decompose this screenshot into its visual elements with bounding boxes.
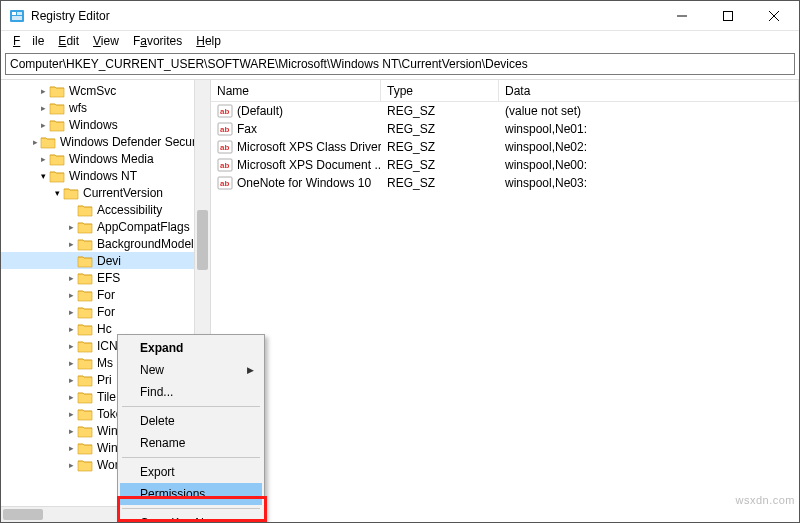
tree-item-label: Tile: [95, 390, 118, 404]
tree-item[interactable]: ▸Windows Media: [1, 150, 210, 167]
tree-item[interactable]: ▸For: [1, 286, 210, 303]
tree-item[interactable]: ▸wfs: [1, 99, 210, 116]
folder-icon: [77, 441, 93, 455]
value-data: winspool,Ne00:: [499, 158, 799, 172]
chevron-right-icon[interactable]: ▸: [65, 391, 77, 403]
folder-icon: [77, 288, 93, 302]
chevron-right-icon[interactable]: ▸: [37, 153, 49, 165]
ctx-find[interactable]: Find...: [120, 381, 262, 403]
chevron-right-icon[interactable]: ▸: [65, 323, 77, 335]
ctx-separator: [122, 508, 260, 509]
value-type: REG_SZ: [381, 122, 499, 136]
chevron-right-icon[interactable]: ▸: [65, 289, 77, 301]
chevron-right-icon[interactable]: ▸: [37, 102, 49, 114]
svg-text:ab: ab: [220, 107, 229, 116]
tree-item[interactable]: Devi: [1, 252, 210, 269]
folder-icon: [77, 356, 93, 370]
value-type: REG_SZ: [381, 158, 499, 172]
chevron-down-icon[interactable]: ▾: [51, 187, 63, 199]
chevron-right-icon[interactable]: ▸: [65, 459, 77, 471]
close-button[interactable]: [751, 1, 797, 31]
ctx-export[interactable]: Export: [120, 461, 262, 483]
list-row[interactable]: abOneNote for Windows 10REG_SZwinspool,N…: [211, 174, 799, 192]
chevron-right-icon[interactable]: ▸: [65, 425, 77, 437]
tree-item[interactable]: ▸Windows: [1, 116, 210, 133]
workspace: ▸WcmSvc▸wfs▸Windows▸Windows Defender Sec…: [1, 79, 799, 522]
value-name: Microsoft XPS Document ...: [237, 158, 381, 172]
chevron-right-icon[interactable]: ▸: [65, 357, 77, 369]
chevron-right-icon[interactable]: ▸: [65, 374, 77, 386]
chevron-right-icon[interactable]: ▸: [37, 85, 49, 97]
menu-help[interactable]: Help: [190, 34, 227, 48]
value-data: (value not set): [499, 104, 799, 118]
tree-item[interactable]: ▸AppCompatFlags: [1, 218, 210, 235]
folder-icon: [77, 254, 93, 268]
menu-file[interactable]: File: [7, 34, 50, 48]
ctx-expand[interactable]: Expand: [120, 337, 262, 359]
chevron-right-icon[interactable]: ▸: [65, 408, 77, 420]
chevron-right-icon[interactable]: ▸: [65, 442, 77, 454]
value-type: REG_SZ: [381, 176, 499, 190]
maximize-button[interactable]: [705, 1, 751, 31]
chevron-right-icon[interactable]: ▸: [65, 221, 77, 233]
folder-icon: [77, 305, 93, 319]
menu-favorites[interactable]: Favorites: [127, 34, 188, 48]
titlebar: Registry Editor: [1, 1, 799, 31]
list-row[interactable]: abMicrosoft XPS Document ...REG_SZwinspo…: [211, 156, 799, 174]
chevron-right-icon[interactable]: ▸: [30, 136, 40, 148]
folder-icon: [49, 84, 65, 98]
address-bar[interactable]: Computer\HKEY_CURRENT_USER\SOFTWARE\Micr…: [5, 53, 795, 75]
tree-item-label: Windows NT: [67, 169, 139, 183]
tree-item[interactable]: ▸EFS: [1, 269, 210, 286]
chevron-right-icon[interactable]: ▸: [37, 119, 49, 131]
svg-rect-5: [724, 11, 733, 20]
chevron-right-icon[interactable]: ▸: [65, 272, 77, 284]
tree-item-label: Windows Defender Security: [58, 135, 210, 149]
tree-item[interactable]: Accessibility: [1, 201, 210, 218]
value-name: Fax: [237, 122, 257, 136]
svg-text:ab: ab: [220, 179, 229, 188]
list-row[interactable]: abFaxREG_SZwinspool,Ne01:: [211, 120, 799, 138]
chevron-down-icon[interactable]: ▾: [37, 170, 49, 182]
column-type[interactable]: Type: [381, 80, 499, 101]
value-type: REG_SZ: [381, 104, 499, 118]
list-row[interactable]: ab(Default)REG_SZ(value not set): [211, 102, 799, 120]
list-row[interactable]: abMicrosoft XPS Class DriverREG_SZwinspo…: [211, 138, 799, 156]
column-data[interactable]: Data: [499, 80, 799, 101]
svg-rect-3: [12, 16, 22, 20]
menu-view[interactable]: View: [87, 34, 125, 48]
tree-item[interactable]: ▸WcmSvc: [1, 82, 210, 99]
tree-item[interactable]: ▸BackgroundModel: [1, 235, 210, 252]
tree-item-label: Accessibility: [95, 203, 164, 217]
value-list[interactable]: Name Type Data ab(Default)REG_SZ(value n…: [211, 80, 799, 522]
value-type: REG_SZ: [381, 140, 499, 154]
tree-item[interactable]: ▾CurrentVersion: [1, 184, 210, 201]
chevron-right-icon[interactable]: ▸: [65, 340, 77, 352]
svg-rect-2: [17, 12, 22, 15]
tree-item[interactable]: ▸For: [1, 303, 210, 320]
tree-item-label: Windows Media: [67, 152, 156, 166]
submenu-arrow-icon: ▶: [247, 365, 254, 375]
address-text: Computer\HKEY_CURRENT_USER\SOFTWARE\Micr…: [10, 57, 528, 71]
list-header[interactable]: Name Type Data: [211, 80, 799, 102]
tree-item[interactable]: ▸Windows Defender Security: [1, 133, 210, 150]
value-name: (Default): [237, 104, 283, 118]
ctx-delete[interactable]: Delete: [120, 410, 262, 432]
tree-item-label: WcmSvc: [67, 84, 118, 98]
menu-edit[interactable]: Edit: [52, 34, 85, 48]
ctx-rename[interactable]: Rename: [120, 432, 262, 454]
folder-icon: [49, 118, 65, 132]
string-value-icon: ab: [217, 121, 233, 137]
chevron-right-icon[interactable]: ▸: [65, 306, 77, 318]
value-data: winspool,Ne02:: [499, 140, 799, 154]
string-value-icon: ab: [217, 157, 233, 173]
minimize-button[interactable]: [659, 1, 705, 31]
ctx-new[interactable]: New▶: [120, 359, 262, 381]
tree-item-label: wfs: [67, 101, 89, 115]
tree-item[interactable]: ▾Windows NT: [1, 167, 210, 184]
column-name[interactable]: Name: [211, 80, 381, 101]
ctx-copy-key-name[interactable]: Copy Key Name: [120, 512, 262, 523]
ctx-permissions[interactable]: Permissions...: [120, 483, 262, 505]
chevron-right-icon[interactable]: ▸: [65, 238, 77, 250]
ctx-separator: [122, 457, 260, 458]
